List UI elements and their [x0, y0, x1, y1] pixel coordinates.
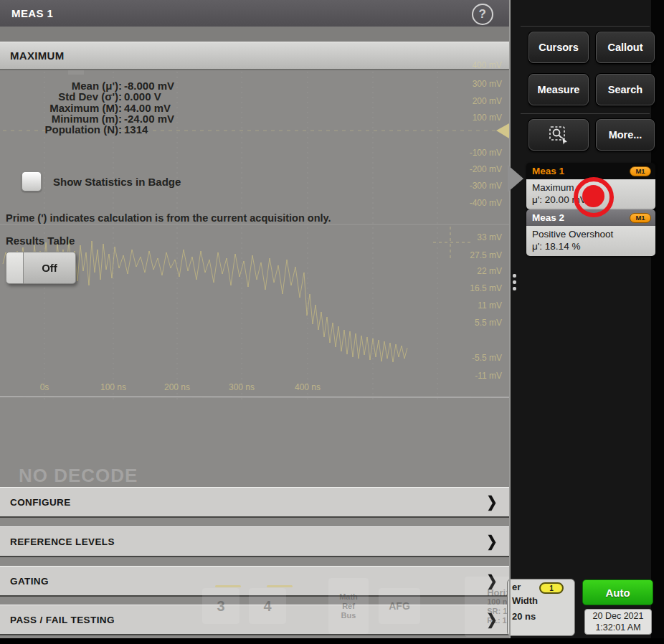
accordion-label: REFERENCE LEVELS	[10, 536, 115, 547]
toggle-state-label: Off	[24, 252, 76, 284]
zoom-axis-label: -5.5 mV	[472, 353, 502, 363]
zoom-axis-label: 16.5 mV	[470, 283, 502, 293]
show-statistics-checkbox[interactable]	[22, 171, 42, 191]
time-label: 300 ns	[220, 382, 263, 392]
chevron-right-icon: ❯	[487, 610, 498, 628]
stat-row: Maximum (M): 44.00 mV	[0, 103, 174, 113]
stat-value: 1314	[124, 124, 174, 135]
statistics-block: Mean (μ'): -8.000 mV Std Dev (σ'): 0.000…	[0, 80, 174, 135]
time-label: 200 ns	[156, 382, 199, 392]
accordion-reference-levels[interactable]: REFERENCE LEVELS ❯	[0, 526, 509, 557]
accordion-label: PASS / FAIL TESTING	[10, 615, 115, 625]
stat-value: 44.00 mV	[124, 103, 174, 113]
axis-label: 200 mV	[473, 96, 502, 106]
panel-titlebar: MEAS 1 ?	[0, 0, 509, 27]
panel-title: MEAS 1	[11, 7, 53, 19]
stat-row: Std Dev (σ'): 0.000 V	[0, 91, 174, 102]
stat-label: Std Dev (σ'):	[0, 91, 122, 102]
trigger-type: Width	[512, 595, 538, 606]
time-text: 1:32:01 AM	[595, 622, 640, 633]
meas2-type: Positive Overshoot	[532, 228, 650, 240]
no-decode-ghost-text: NO DECODE	[19, 465, 138, 487]
zoom-axis-label: 22 mV	[477, 266, 502, 276]
zoom-axis-label: -11 mV	[475, 371, 502, 381]
axis-label: 400 mV	[473, 60, 502, 70]
show-statistics-row: Show Statistics in Badge	[22, 171, 181, 191]
chevron-right-icon: ❯	[487, 572, 498, 589]
zoom-axis-label: 27.5 mV	[470, 250, 502, 260]
axis-label: 100 mV	[473, 113, 502, 123]
chevron-right-icon: ❯	[487, 532, 498, 550]
more-button[interactable]: More...	[596, 119, 655, 151]
time-label: 400 ns	[286, 382, 329, 392]
meas2-badge-body: Positive Overshoot μ': 18.14 %	[526, 226, 655, 256]
stat-value: -8.000 mV	[124, 80, 174, 91]
axis-label: -200 mV	[470, 164, 502, 174]
time-label: 100 ns	[92, 382, 135, 392]
meas1-source-pill: M1	[630, 166, 651, 176]
help-icon[interactable]: ?	[472, 4, 493, 25]
trigger-title-partial: er	[512, 582, 521, 592]
time-label: 0s	[23, 382, 66, 392]
date-text: 20 Dec 2021	[593, 610, 644, 622]
meas2-source-pill: M1	[630, 213, 651, 223]
results-table-label: Results Table	[6, 235, 75, 247]
zoom-axis-label: 11 mV	[478, 300, 502, 311]
oscilloscope-screen: 400 mV 300 mV 200 mV 100 mV -100 mV -200…	[0, 0, 664, 644]
datetime-display[interactable]: 20 Dec 2021 1:32:01 AM	[584, 609, 652, 635]
measure-button[interactable]: Measure	[528, 74, 589, 105]
channel-marker-arrow	[496, 123, 509, 138]
stat-row: Minimum (m): -24.00 mV	[0, 113, 174, 124]
sidebar-drag-grip[interactable]	[513, 274, 516, 293]
zoom-select-button[interactable]	[528, 119, 589, 151]
stat-row: Mean (μ'): -8.000 mV	[0, 80, 174, 91]
accordion-configure[interactable]: CONFIGURE ❯	[0, 487, 509, 518]
stat-label: Mean (μ'):	[0, 80, 122, 91]
acquisition-mode-button[interactable]: Auto	[582, 579, 653, 605]
stat-value: -24.00 mV	[124, 113, 174, 124]
divider	[521, 26, 650, 27]
trigger-badge[interactable]: er 1 Width 20 ns	[507, 579, 575, 636]
stat-label: Population (N):	[0, 124, 122, 135]
accordion-pass-fail-testing[interactable]: PASS / FAIL TESTING ❯	[0, 605, 509, 635]
click-indicator-dot	[582, 185, 604, 207]
stat-value: 0.000 V	[124, 91, 174, 102]
stat-label: Minimum (m):	[0, 113, 122, 124]
measurement-type-label: MAXIMUM	[10, 49, 64, 62]
stat-label: Maximum (M):	[0, 103, 122, 113]
axis-label: -100 mV	[470, 148, 502, 158]
callout-button[interactable]: Callout	[596, 32, 655, 63]
measurement-panel: 400 mV 300 mV 200 mV 100 mV -100 mV -200…	[0, 0, 509, 638]
axis-label: 300 mV	[473, 79, 502, 89]
right-sidebar: Cursors Callout Measure Search More... M…	[509, 0, 664, 638]
stat-row: Population (N): 1314	[0, 124, 174, 135]
panel-expand-handle[interactable]	[508, 165, 523, 192]
zoom-select-icon	[548, 125, 569, 145]
measurement-type-header: MAXIMUM	[0, 42, 509, 70]
panel-sidebar-divider	[509, 0, 511, 638]
zoom-axis-label: 33 mV	[477, 232, 502, 242]
zoom-axis-label: 5.5 mV	[475, 318, 502, 328]
axis-label: -300 mV	[470, 181, 502, 191]
cursors-button[interactable]: Cursors	[528, 32, 589, 63]
panel-gap	[0, 27, 509, 42]
search-button[interactable]: Search	[596, 74, 655, 105]
accordion-label: GATING	[10, 576, 49, 587]
trigger-source-pill: 1	[539, 582, 564, 594]
meas2-value: μ': 18.14 %	[532, 240, 650, 252]
trigger-value: 20 ns	[512, 611, 536, 622]
chevron-right-icon: ❯	[487, 493, 498, 511]
accordion-label: CONFIGURE	[10, 497, 71, 508]
axis-label: -400 mV	[470, 198, 502, 208]
prime-note: Prime (') indicates calculation is from …	[6, 212, 331, 224]
accordion-gating[interactable]: GATING ❯	[0, 566, 509, 597]
meas1-title: Meas 1	[532, 166, 630, 176]
toggle-knob	[6, 252, 24, 284]
show-statistics-label: Show Statistics in Badge	[53, 176, 181, 188]
divider	[521, 113, 650, 114]
results-table-toggle[interactable]: Off	[6, 252, 76, 284]
meas2-title: Meas 2	[532, 212, 630, 223]
